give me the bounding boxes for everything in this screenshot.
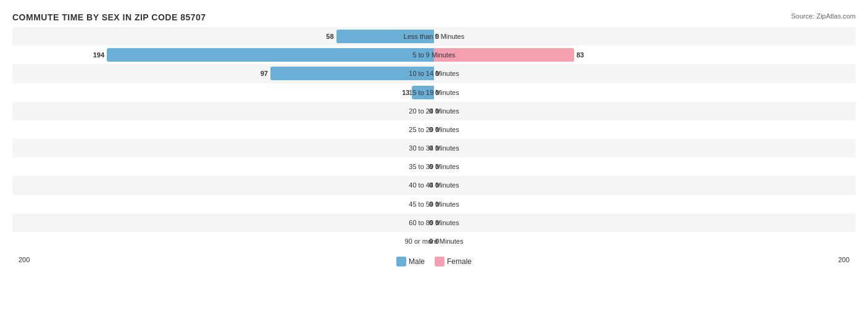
male-value: 194 — [93, 51, 104, 59]
male-value: 0 — [429, 219, 433, 226]
female-value: 0 — [435, 181, 439, 189]
right-section: 0 — [434, 120, 856, 139]
right-section: 0 — [434, 157, 856, 176]
right-section: 0 — [434, 64, 856, 83]
legend-female-box — [435, 257, 444, 266]
bottom-left-value: 200 — [12, 256, 434, 263]
left-section: 0 — [12, 157, 434, 176]
male-value: 0 — [429, 126, 433, 133]
female-value: 0 — [435, 237, 439, 245]
chart-row: 13 15 to 19 Minutes 0 — [12, 83, 856, 102]
legend-female: Female — [435, 257, 472, 266]
right-section: 0 — [434, 213, 856, 232]
female-value: 0 — [435, 126, 439, 133]
male-value: 97 — [261, 70, 268, 77]
right-section: 0 — [434, 195, 856, 213]
legend: Male Female — [396, 257, 472, 266]
right-section: 0 — [434, 232, 856, 250]
bar-female — [434, 48, 574, 62]
male-value: 13 — [402, 89, 409, 96]
right-section: 83 — [434, 46, 856, 64]
female-value: 0 — [435, 89, 439, 96]
legend-male: Male — [396, 257, 425, 266]
left-section: 0 — [12, 139, 434, 157]
chart-row: 0 25 to 29 Minutes 0 — [12, 120, 856, 139]
bottom-right-value: 200 — [434, 256, 856, 263]
right-section: 0 — [434, 139, 856, 157]
right-section: 0 — [434, 83, 856, 102]
bar-male — [336, 30, 434, 43]
left-section: 97 — [12, 64, 434, 83]
male-value: 58 — [326, 33, 333, 40]
legend-male-box — [396, 257, 406, 266]
chart-row: 0 20 to 24 Minutes 0 — [12, 102, 856, 120]
female-value: 0 — [435, 70, 439, 77]
chart-row: 97 10 to 14 Minutes 0 — [12, 64, 856, 83]
chart-row: 0 60 to 89 Minutes 0 — [12, 213, 856, 232]
legend-male-label: Male — [409, 257, 425, 266]
left-section: 0 — [12, 102, 434, 120]
female-value: 0 — [435, 107, 439, 115]
male-value: 0 — [429, 107, 433, 115]
male-value: 0 — [429, 237, 433, 245]
rows-container: 58 Less than 5 Minutes 0 194 5 to 9 Minu… — [12, 27, 856, 250]
bar-male — [270, 67, 434, 80]
right-section: 0 — [434, 102, 856, 120]
female-value: 0 — [435, 33, 439, 40]
chart-row: 58 Less than 5 Minutes 0 — [12, 27, 856, 46]
left-section: 0 — [12, 120, 434, 139]
left-section: 13 — [12, 83, 434, 102]
female-value: 0 — [435, 200, 439, 208]
female-value: 0 — [435, 163, 439, 170]
female-value: 83 — [577, 51, 584, 59]
left-section: 0 — [12, 213, 434, 232]
chart-area: 58 Less than 5 Minutes 0 194 5 to 9 Minu… — [12, 27, 856, 269]
chart-container: COMMUTE TIME BY SEX IN ZIP CODE 85707 So… — [0, 0, 868, 322]
female-value: 0 — [435, 219, 439, 226]
bottom-labels: 200 Male Female 200 — [12, 250, 856, 269]
chart-row: 0 45 to 59 Minutes 0 — [12, 195, 856, 213]
chart-title: COMMUTE TIME BY SEX IN ZIP CODE 85707 — [12, 12, 856, 22]
left-section: 0 — [12, 176, 434, 194]
bar-male — [107, 48, 434, 62]
male-value: 0 — [429, 181, 433, 189]
female-value: 0 — [435, 144, 439, 152]
left-section: 58 — [12, 27, 434, 46]
chart-row: 0 40 to 44 Minutes 0 — [12, 176, 856, 194]
left-section: 0 — [12, 232, 434, 250]
chart-row: 194 5 to 9 Minutes 83 — [12, 46, 856, 64]
male-value: 0 — [429, 200, 433, 208]
right-section: 0 — [434, 27, 856, 46]
right-section: 0 — [434, 176, 856, 194]
male-value: 0 — [429, 144, 433, 152]
legend-female-label: Female — [447, 257, 472, 266]
source-label: Source: ZipAtlas.com — [791, 12, 856, 20]
bar-male — [412, 86, 434, 99]
left-section: 0 — [12, 195, 434, 213]
male-value: 0 — [429, 163, 433, 170]
chart-row: 0 35 to 39 Minutes 0 — [12, 157, 856, 176]
chart-row: 0 30 to 34 Minutes 0 — [12, 139, 856, 157]
left-section: 194 — [12, 46, 434, 64]
chart-row: 0 90 or more Minutes 0 — [12, 232, 856, 250]
